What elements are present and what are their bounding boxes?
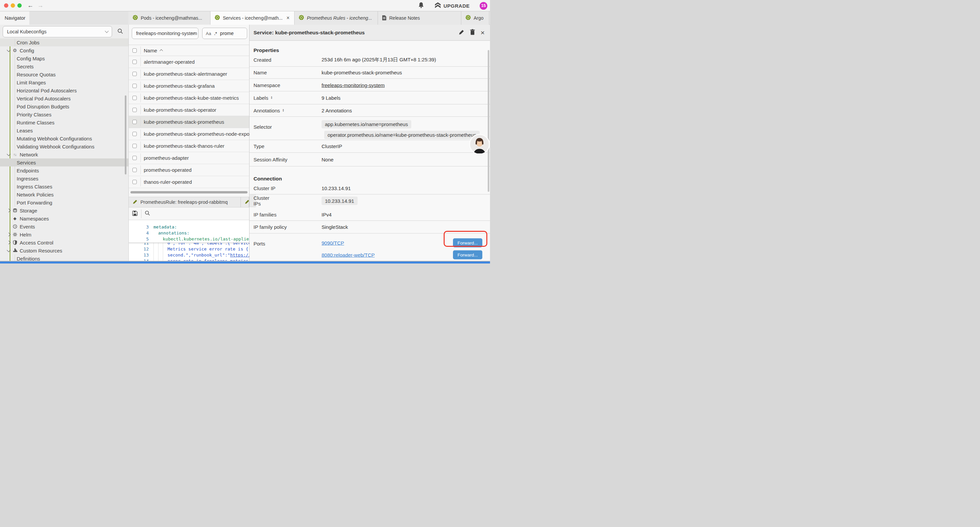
select-all-checkbox[interactable] <box>132 48 137 53</box>
tab-0[interactable]: Pods - icecheng@mathmas... <box>129 11 210 25</box>
forward-arrow-icon[interactable]: → <box>37 2 43 9</box>
expand-updown-icon[interactable]: ▲▼ <box>282 109 284 112</box>
save-icon[interactable] <box>132 210 138 217</box>
horizontal-scrollbar[interactable] <box>130 191 248 193</box>
table-row[interactable]: thanos-ruler-operated <box>129 176 249 188</box>
sidebar-item-label: Storage <box>0 208 37 213</box>
sidebar-item-cron-jobs[interactable]: Cron Jobs <box>0 38 129 46</box>
search-icon[interactable] <box>118 29 123 35</box>
kubeconfig-selector[interactable]: Local Kubeconfigs <box>3 26 112 37</box>
table-row[interactable]: kube-prometheus-stack-grafana <box>129 80 249 92</box>
sidebar-item-custom-resources[interactable]: Custom Resources <box>0 247 129 255</box>
sidebar-item-definitions[interactable]: Definitions <box>0 255 129 261</box>
row-checkbox[interactable] <box>132 72 137 76</box>
close-window-button[interactable] <box>4 3 8 8</box>
table-row[interactable]: prometheus-operated <box>129 164 249 176</box>
sidebar-item-limit-ranges[interactable]: Limit Ranges <box>0 78 129 86</box>
sidebar-item-config-maps[interactable]: Config Maps <box>0 54 129 62</box>
sidebar-item-secrets[interactable]: Secrets <box>0 62 129 70</box>
maximize-window-button[interactable] <box>18 3 22 8</box>
sidebar-item-priority-classes[interactable]: Priority Classes <box>0 110 129 118</box>
sidebar-item-network-policies[interactable]: Network Policies <box>0 191 129 199</box>
row-checkbox[interactable] <box>132 96 137 100</box>
detail-row-annotations[interactable]: Annotations▲▼2 Annotations <box>250 104 490 117</box>
sidebar-item-config[interactable]: ⚙Config <box>0 46 129 54</box>
expand-updown-icon[interactable]: ▲▼ <box>270 96 272 99</box>
table-row[interactable]: kube-prometheus-stack-prometheus <box>129 116 249 128</box>
upgrade-button[interactable]: UPGRADE <box>434 2 470 9</box>
table-row[interactable]: kube-prometheus-stack-operator <box>129 104 249 116</box>
sidebar-item-helm[interactable]: Helm <box>0 231 129 239</box>
sidebar-item-validating-webhook-configurations[interactable]: Validating Webhook Configurations <box>0 142 129 150</box>
row-checkbox[interactable] <box>132 60 137 64</box>
sidebar-item-mutating-webhook-configurations[interactable]: Mutating Webhook Configurations <box>0 134 129 142</box>
table-row[interactable]: kube-prometheus-stack-thanos-ruler <box>129 140 249 152</box>
tab-1[interactable]: Services - icecheng@math...× <box>210 11 294 25</box>
table-row[interactable]: prometheus-adapter <box>129 152 249 164</box>
row-checkbox[interactable] <box>132 180 137 184</box>
code-text: second.","runbook_url":"https://net <box>167 252 249 258</box>
row-label: Selector <box>253 124 272 130</box>
port-link[interactable]: 9090/TCP <box>321 240 344 245</box>
close-icon[interactable]: × <box>480 30 485 35</box>
sidebar-item-ingress-classes[interactable]: Ingress Classes <box>0 182 129 191</box>
tab-4[interactable]: Argo Se <box>461 11 489 25</box>
tab-2[interactable]: Prometheus Rules - icecheng... <box>294 11 378 25</box>
minimize-window-button[interactable] <box>11 3 15 8</box>
sidebar-item-services[interactable]: Services <box>0 158 129 166</box>
sidebar-item-access-control[interactable]: Access Control <box>0 239 129 247</box>
namespace-link[interactable]: freeleaps-monitoring-system <box>321 82 385 88</box>
yaml-editor[interactable]: 110","for":"4m","labels":{"service":12Me… <box>129 220 249 261</box>
row-checkbox[interactable] <box>132 108 137 112</box>
row-label: Annotations <box>253 107 280 113</box>
sidebar-item-runtime-classes[interactable]: Runtime Classes <box>0 118 129 126</box>
tab-3[interactable]: Release Notes <box>378 11 461 25</box>
sidebar-item-events[interactable]: Events <box>0 223 129 231</box>
row-checkbox[interactable] <box>132 132 137 136</box>
database-icon <box>12 208 18 213</box>
detail-row-labels[interactable]: Labels▲▼9 Labels <box>250 91 490 104</box>
sidebar-item-resource-quotas[interactable]: Resource Quotas <box>0 70 129 78</box>
sidebar-item-port-forwarding[interactable]: Port Forwarding <box>0 199 129 207</box>
close-tab-icon[interactable]: × <box>286 15 290 21</box>
sidebar-item-pod-disruption-budgets[interactable]: Pod Disruption Budgets <box>0 102 129 110</box>
column-divider <box>140 69 141 78</box>
port-link[interactable]: 8080:reloader-web/TCP <box>321 252 375 258</box>
row-checkbox[interactable] <box>132 84 137 88</box>
sidebar-item-network[interactable]: ↑↓Network <box>0 150 129 158</box>
editor-tab-prometheusrule[interactable]: PrometheusRule: freeleaps-prod-rabbitmq <box>129 197 241 207</box>
namespace-selector[interactable]: freeleaps-monitoring-system <box>132 28 199 39</box>
table-row[interactable]: kube-prometheus-stack-kube-state-metrics <box>129 92 249 104</box>
row-checkbox[interactable] <box>132 144 137 148</box>
filter-input[interactable]: Aa .* prome <box>202 28 247 39</box>
search-icon[interactable] <box>145 210 150 217</box>
table-row[interactable]: alertmanager-operated <box>129 56 249 68</box>
match-case-toggle[interactable]: Aa <box>206 31 211 36</box>
avatar[interactable] <box>469 134 490 155</box>
edit-icon[interactable] <box>459 29 464 36</box>
notification-count-badge[interactable]: 15 <box>480 2 487 10</box>
delete-icon[interactable] <box>470 29 475 36</box>
tab-navigator[interactable]: Navigator <box>0 11 29 25</box>
detail-scrollbar[interactable] <box>488 50 489 192</box>
table-header[interactable]: Name <box>129 45 249 56</box>
back-arrow-icon[interactable]: ← <box>27 2 33 9</box>
sidebar-item-leases[interactable]: Leases <box>0 126 129 134</box>
sidebar-item-namespaces[interactable]: ◆Namespaces <box>0 215 129 223</box>
detail-title: Service: kube-prometheus-stack-prometheu… <box>250 30 364 36</box>
sidebar-item-ingresses[interactable]: Ingresses <box>0 174 129 182</box>
bell-icon[interactable] <box>418 2 424 10</box>
regex-toggle[interactable]: .* <box>214 31 217 36</box>
forward-button[interactable]: Forward... <box>453 250 482 259</box>
sidebar-item-horizontal-pod-autoscalers[interactable]: Horizontal Pod Autoscalers <box>0 86 129 94</box>
sidebar-item-vertical-pod-autoscalers[interactable]: Vertical Pod Autoscalers <box>0 94 129 102</box>
table-row[interactable]: kube-prometheus-stack-alertmanager <box>129 68 249 80</box>
sidebar-item-storage[interactable]: Storage <box>0 207 129 215</box>
row-checkbox[interactable] <box>132 168 137 172</box>
table-row[interactable]: kube-prometheus-stack-prometheus-node-ex… <box>129 128 249 140</box>
editor-tab-partial[interactable] <box>241 197 249 207</box>
row-checkbox[interactable] <box>132 120 137 124</box>
sidebar-scrollbar[interactable] <box>125 96 126 174</box>
row-checkbox[interactable] <box>132 156 137 160</box>
sidebar-item-endpoints[interactable]: Endpoints <box>0 166 129 174</box>
